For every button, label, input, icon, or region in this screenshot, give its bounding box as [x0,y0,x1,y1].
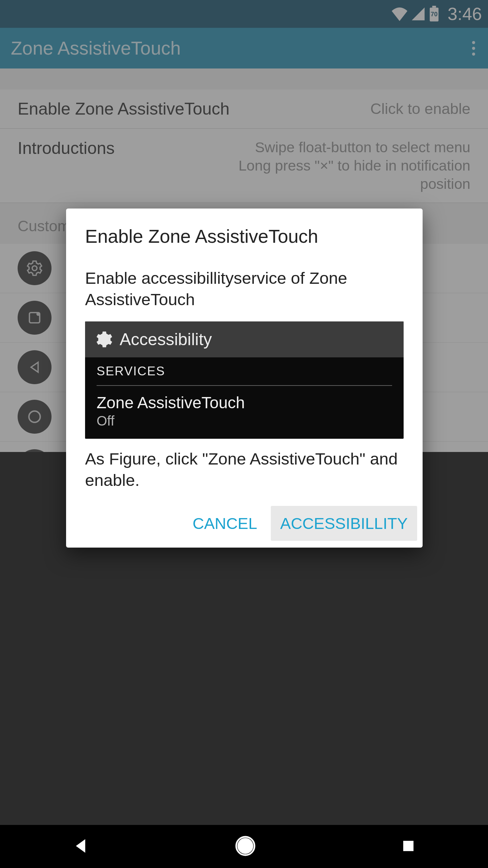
figure-section: SERVICES [85,357,404,381]
nav-home-button[interactable] [233,834,258,860]
nav-back-button[interactable] [71,836,91,857]
dialog-line2: As Figure, click "Zone AssistiveTouch" a… [85,448,404,491]
dialog-line1: Enable accessibillityservice of Zone Ass… [85,268,404,310]
screen: 70 3:46 Zone AssistiveTouch Enable Zone … [0,0,488,868]
figure-header-label: Accessibility [120,330,212,349]
cancel-button[interactable]: CANCEL [183,506,267,541]
svg-point-9 [238,839,252,853]
dialog-body: Enable accessibillityservice of Zone Ass… [66,268,423,491]
svg-rect-10 [403,841,413,851]
navigation-bar [0,825,488,868]
dialog-title: Enable Zone AssistiveTouch [66,209,423,268]
figure-item-sub: Off [97,413,392,429]
enable-dialog: Enable Zone AssistiveTouch Enable access… [66,209,423,548]
accessibility-figure: Accessibility SERVICES Zone AssistiveTou… [85,321,404,439]
dialog-actions: CANCEL ACCESSIBILLITY [66,491,423,548]
figure-header: Accessibility [85,321,404,357]
figure-section-label: SERVICES [97,364,392,378]
gear-icon [94,330,113,349]
accessibility-button[interactable]: ACCESSIBILLITY [271,506,417,541]
figure-item-title: Zone AssistiveTouch [97,393,392,412]
figure-item: Zone AssistiveTouch Off [85,386,404,439]
nav-recents-button[interactable] [400,837,417,856]
